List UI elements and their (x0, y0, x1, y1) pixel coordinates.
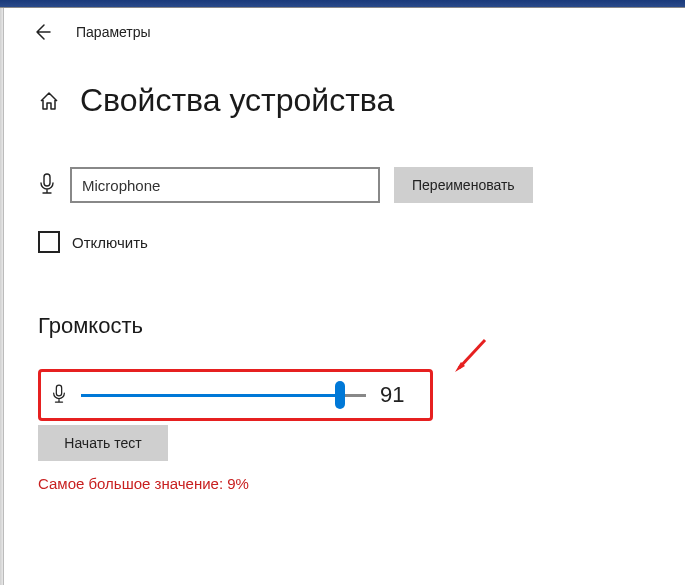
svg-rect-1 (56, 385, 61, 396)
settings-title: Параметры (76, 24, 151, 40)
volume-value: 91 (380, 382, 414, 408)
device-name-input[interactable] (70, 167, 380, 203)
svg-marker-3 (455, 362, 465, 372)
window-chrome-strip (0, 0, 685, 8)
start-test-button[interactable]: Начать тест (38, 425, 168, 461)
volume-slider-row: 91 (38, 369, 433, 421)
volume-section-heading: Громкость (38, 313, 655, 339)
disable-row: Отключить (38, 231, 655, 253)
microphone-icon (38, 173, 56, 197)
slider-thumb[interactable] (335, 381, 345, 409)
annotation-arrow (451, 336, 491, 376)
disable-label: Отключить (72, 234, 148, 251)
volume-slider[interactable] (81, 383, 366, 407)
svg-line-2 (459, 340, 485, 368)
slider-track-fill (81, 394, 340, 397)
window-left-edge (0, 8, 4, 585)
title-row: Свойства устройства (38, 82, 655, 119)
settings-header: Параметры (4, 8, 685, 56)
disable-checkbox[interactable] (38, 231, 60, 253)
home-icon[interactable] (38, 90, 60, 112)
microphone-icon (51, 384, 67, 406)
page-content: Свойства устройства Переименовать Отключ… (4, 56, 685, 492)
svg-rect-0 (44, 174, 50, 186)
back-icon[interactable] (32, 22, 52, 42)
device-name-row: Переименовать (38, 167, 655, 203)
page-heading: Свойства устройства (80, 82, 394, 119)
rename-button[interactable]: Переименовать (394, 167, 533, 203)
test-result-label: Самое большое значение: 9% (38, 475, 655, 492)
